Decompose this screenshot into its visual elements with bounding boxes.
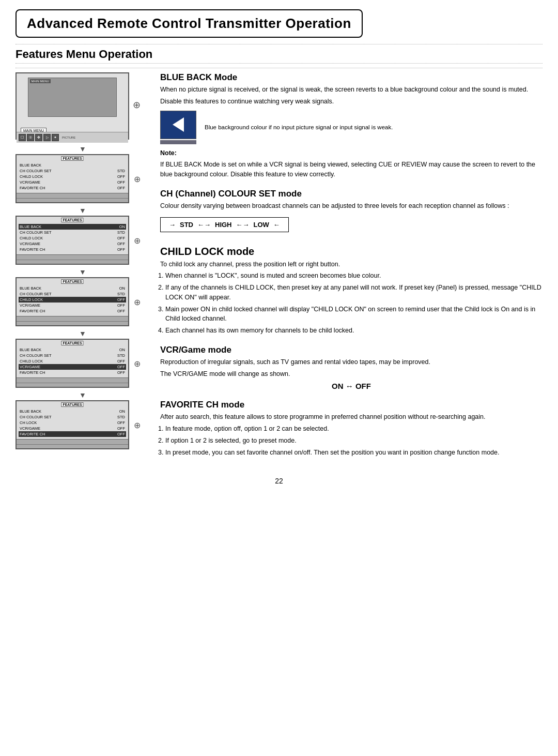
blue-bar xyxy=(160,140,196,144)
note-label: Note: xyxy=(160,149,177,157)
favorite-ch-section: FAVORITE CH mode After auto search, this… xyxy=(160,400,542,457)
left-column: MAIN MENU MAIN MENU ☐ ① ✤ ▷ ✦ PICTURE ⊕ … xyxy=(16,72,150,466)
arrow-right-icon: → xyxy=(169,221,176,229)
blue-back-heading: BLUE BACK Mode xyxy=(160,72,542,83)
blue-back-section: BLUE BACK Mode When no picture signal is… xyxy=(160,72,542,179)
vcr-game-heading: VCR/Game mode xyxy=(160,345,542,355)
features-screen-4: FEATURES BLUE BACKON CH COLOUR SETSTD CH… xyxy=(16,339,129,388)
blue-back-para1: When no picture signal is received, or t… xyxy=(160,85,542,95)
favorite-ch-list: In feature mode, option off, option 1 or… xyxy=(165,424,542,457)
list-item: If any of the channels is CHILD LOCK, th… xyxy=(165,283,542,303)
features-screen-5: FEATURES BLUE BACKON CH COLOUR SETSTD CH… xyxy=(16,400,129,449)
page-title: Advanced Remote Control Transmitter Oper… xyxy=(27,16,351,32)
list-item: If option 1 or 2 is selected, go to pres… xyxy=(165,436,542,446)
child-lock-section: CHILD LOCK mode To child lock any channe… xyxy=(160,246,542,336)
arrow-down-4: ▼ xyxy=(16,329,150,338)
arrow-left-end-icon: ← xyxy=(273,221,280,229)
side-arrow-1: ⊕ xyxy=(134,174,141,184)
features-screen-3: FEATURES BLUE BACKON CH COLOUR SETSTD CH… xyxy=(16,277,129,326)
vcr-game-section: VCR/Game mode Reproduction of irregular … xyxy=(160,345,542,391)
list-item: Main power ON in child locked channel wi… xyxy=(165,305,542,324)
right-column: BLUE BACK Mode When no picture signal is… xyxy=(160,72,542,466)
std-label: STD xyxy=(180,221,193,229)
ch-colour-heading: CH (Channel) COLOUR SET mode xyxy=(160,189,542,199)
arrow-down-1: ▼ xyxy=(16,145,150,153)
child-lock-heading: CHILD LOCK mode xyxy=(160,246,542,258)
title-box: Advanced Remote Control Transmitter Oper… xyxy=(16,9,363,38)
list-item: In preset mode, you can set favorite cha… xyxy=(165,448,542,458)
side-arrow-2: ⊕ xyxy=(134,235,141,245)
double-arrow-icon: ←→ xyxy=(197,221,211,229)
vcr-game-para1: Reproduction of irregular signals, such … xyxy=(160,357,542,367)
blue-back-image: Blue background colour if no input pictu… xyxy=(160,111,542,144)
side-arrow-5: ⊕ xyxy=(134,420,141,430)
features-screen-2: FEATURES BLUE BACKON CH COLOUR SETSTD CH… xyxy=(16,216,129,265)
favorite-ch-heading: FAVORITE CH mode xyxy=(160,400,542,410)
ch-colour-section: CH (Channel) COLOUR SET mode Colour dens… xyxy=(160,189,542,236)
favorite-ch-para: After auto search, this feature allows t… xyxy=(160,412,542,422)
child-lock-intro: To child lock any channel, press the pos… xyxy=(160,260,542,269)
arrow-down-2: ▼ xyxy=(16,206,150,215)
side-arrow-4: ⊕ xyxy=(134,358,141,368)
blue-back-caption: Blue background colour if no input pictu… xyxy=(205,123,393,131)
blue-back-para2: Disable this features to continue watchi… xyxy=(160,97,542,107)
features-screen-1: FEATURES BLUE BACK CH COLOUR SETSTD CHIL… xyxy=(16,154,129,203)
arrow-down-3: ▼ xyxy=(16,268,150,276)
section-heading: Features Menu Operation xyxy=(16,48,542,64)
high-label: HIGH xyxy=(215,221,232,229)
blue-screen-display xyxy=(160,111,196,139)
main-menu-screen-1: MAIN MENU MAIN MENU ☐ ① ✤ ▷ ✦ PICTURE ⊕ xyxy=(16,72,129,140)
list-item: In feature mode, option off, option 1 or… xyxy=(165,424,542,434)
on-off-label: ON ↔ OFF xyxy=(160,382,542,390)
child-lock-list: When channel is "LOCK", sound is muted a… xyxy=(165,271,542,336)
vcr-game-para2: The VCR/GAME mode will change as shown. xyxy=(160,369,542,379)
ch-colour-para: Colour density varying between broadcast… xyxy=(160,201,542,211)
side-arrow-3: ⊕ xyxy=(134,297,141,307)
list-item: Each channel has its own memory for chan… xyxy=(165,326,542,336)
arrow-down-5: ▼ xyxy=(16,391,150,399)
std-high-low-diagram: → STD ←→ HIGH ←→ LOW ← xyxy=(160,217,289,232)
low-label: LOW xyxy=(254,221,269,229)
triangle-icon xyxy=(173,117,184,132)
blue-back-note: If BLUE BACK Mode is set on while a VCR … xyxy=(160,160,542,179)
page-number: 22 xyxy=(16,477,542,485)
double-arrow-left-icon: ←→ xyxy=(236,221,250,229)
list-item: When channel is "LOCK", sound is muted a… xyxy=(165,271,542,281)
